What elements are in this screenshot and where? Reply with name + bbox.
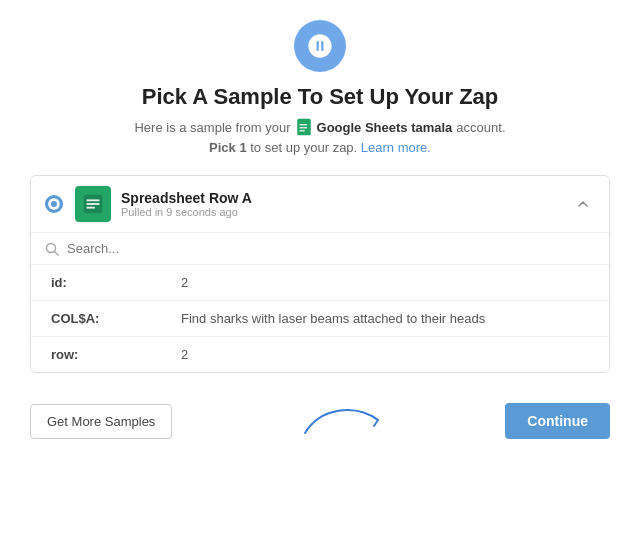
data-key-id: id: (51, 275, 181, 290)
collapse-button[interactable] (571, 192, 595, 216)
google-sheets-icon (295, 118, 313, 136)
search-bar (31, 233, 609, 265)
table-row: id: 2 (31, 265, 609, 301)
pulled-time: Pulled in 9 seconds ago (121, 206, 571, 218)
svg-rect-7 (87, 207, 95, 209)
data-value-row: 2 (181, 347, 589, 362)
data-value-id: 2 (181, 275, 589, 290)
row-title: Spreadsheet Row A (121, 190, 571, 206)
subtitle-row: Here is a sample from your Google Sheets… (134, 118, 505, 136)
search-icon (45, 242, 59, 256)
svg-rect-2 (299, 127, 307, 129)
get-more-button[interactable]: Get More Samples (30, 404, 172, 439)
card-header: Spreadsheet Row A Pulled in 9 seconds ag… (31, 176, 609, 233)
subtitle-pre: Here is a sample from your (134, 120, 290, 135)
svg-line-9 (55, 251, 59, 255)
arrow-decoration (300, 398, 390, 443)
pick-row: Pick 1 to set up your zap. Learn more. (209, 140, 431, 155)
radio-selected[interactable] (45, 195, 63, 213)
app-icon (294, 20, 346, 72)
data-value-colsa: Find sharks with laser beams attached to… (181, 311, 589, 326)
search-input[interactable] (67, 241, 595, 256)
svg-rect-3 (299, 130, 304, 132)
svg-rect-6 (87, 203, 100, 205)
footer-row: Get More Samples Continue (30, 393, 610, 449)
table-row: COL$A: Find sharks with laser beams atta… (31, 301, 609, 337)
subtitle-post: account. (456, 120, 505, 135)
table-row: row: 2 (31, 337, 609, 372)
account-name: Google Sheets tamala (317, 120, 453, 135)
svg-rect-5 (87, 199, 100, 201)
svg-rect-1 (299, 124, 307, 126)
data-key-row: row: (51, 347, 181, 362)
page-title: Pick A Sample To Set Up Your Zap (142, 84, 499, 110)
learn-more-link[interactable]: Learn more. (361, 140, 431, 155)
data-table: id: 2 COL$A: Find sharks with laser beam… (31, 265, 609, 372)
continue-button[interactable]: Continue (505, 403, 610, 439)
sample-card: Spreadsheet Row A Pulled in 9 seconds ag… (30, 175, 610, 373)
data-key-colsa: COL$A: (51, 311, 181, 326)
sheet-icon (75, 186, 111, 222)
